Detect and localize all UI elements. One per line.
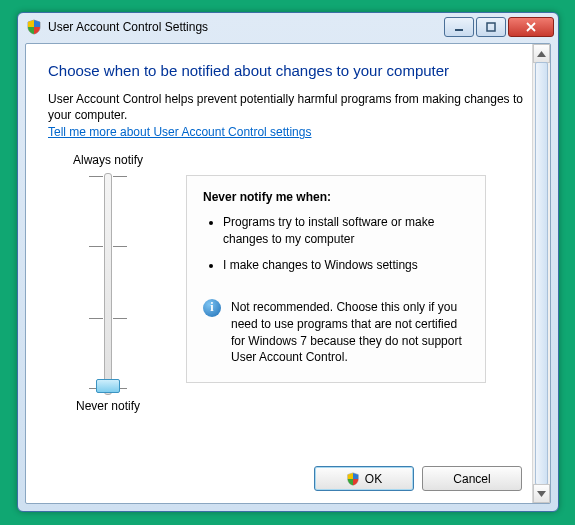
recommendation-note: i Not recommended. Choose this only if y… <box>203 299 469 366</box>
slider-track <box>104 173 112 395</box>
close-button[interactable] <box>508 17 554 37</box>
scroll-up-button[interactable] <box>533 44 550 63</box>
bullet-item: Programs try to install software or make… <box>223 214 469 246</box>
maximize-button[interactable] <box>476 17 506 37</box>
description-title: Never notify me when: <box>203 190 469 204</box>
scroll-thumb[interactable] <box>535 62 548 485</box>
vertical-scrollbar[interactable] <box>532 44 550 503</box>
help-link[interactable]: Tell me more about User Account Control … <box>48 125 311 139</box>
slider-column: Always notify Never notify <box>48 153 168 413</box>
shield-icon <box>346 472 360 486</box>
intro-text: User Account Control helps prevent poten… <box>48 91 540 123</box>
slider-bottom-label: Never notify <box>76 399 140 413</box>
ok-button[interactable]: OK <box>314 466 414 491</box>
slider-thumb[interactable] <box>96 379 120 393</box>
slider-area: Always notify Never notify Never notify … <box>48 153 540 413</box>
button-row: OK Cancel <box>314 466 522 491</box>
slider-top-label: Always notify <box>73 153 143 167</box>
uac-window: User Account Control Settings Choose whe… <box>17 12 559 512</box>
minimize-button[interactable] <box>444 17 474 37</box>
cancel-label: Cancel <box>453 472 490 486</box>
bullet-item: I make changes to Windows settings <box>223 257 469 273</box>
svg-rect-0 <box>455 29 463 31</box>
info-icon: i <box>203 299 221 317</box>
description-box: Never notify me when: Programs try to in… <box>186 175 486 383</box>
uac-shield-icon <box>26 19 42 35</box>
titlebar[interactable]: User Account Control Settings <box>18 13 558 41</box>
ok-label: OK <box>365 472 382 486</box>
cancel-button[interactable]: Cancel <box>422 466 522 491</box>
note-text: Not recommended. Choose this only if you… <box>231 299 469 366</box>
window-controls <box>444 17 554 37</box>
page-headline: Choose when to be notified about changes… <box>48 62 540 79</box>
svg-rect-1 <box>487 23 495 31</box>
slider-track-wrap[interactable] <box>83 173 133 393</box>
scroll-down-button[interactable] <box>533 484 550 503</box>
client-area: Choose when to be notified about changes… <box>25 43 551 504</box>
window-title: User Account Control Settings <box>48 20 444 34</box>
description-bullets: Programs try to install software or make… <box>209 214 469 273</box>
